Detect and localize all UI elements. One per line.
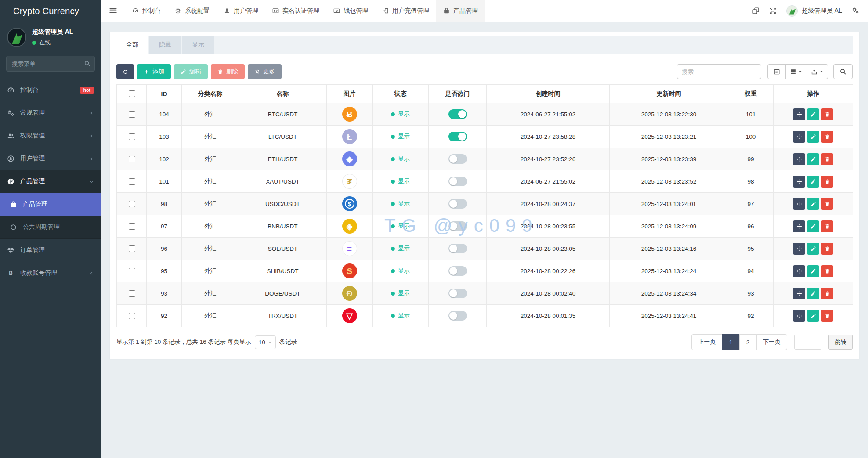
table-row: 101外汇XAUT/USDT₮显示2024-06-27 21:55:022025… [117,170,853,193]
tab-all[interactable]: 全部 [116,36,148,54]
jump-button[interactable]: 跳转 [828,335,853,350]
move-row-button[interactable] [793,131,805,143]
row-checkbox[interactable] [129,111,135,118]
sidebar-item-users[interactable]: 用户管理 [0,147,101,170]
row-checkbox[interactable] [129,156,135,162]
search-submit-button[interactable] [833,64,853,79]
more-button[interactable]: 更多 [248,64,282,79]
columns-button[interactable] [785,64,807,79]
row-checkbox[interactable] [129,245,135,252]
edit-row-button[interactable] [807,220,819,232]
topnav-item-user-manage[interactable]: 用户管理 [217,0,265,22]
page-size-select[interactable]: 10 [255,335,276,349]
hot-toggle[interactable] [448,109,467,119]
sidebar-item-payment-accounts[interactable]: 收款账号管理 [0,262,101,285]
export-button[interactable] [807,64,828,79]
edit-row-button[interactable] [807,108,819,120]
sidebar-item-public-cycle[interactable]: 公共周期管理 [0,216,101,238]
cell-category: 外汇 [182,260,239,282]
hot-toggle[interactable] [448,177,467,186]
topnav-item-product-manage[interactable]: 产品管理 [436,0,485,22]
hot-toggle[interactable] [448,221,467,231]
row-checkbox[interactable] [129,178,135,185]
col-status: 状态 [373,85,429,103]
refresh-button[interactable] [116,64,134,79]
delete-row-button[interactable] [821,153,833,165]
sidebar-item-orders[interactable]: 订单管理 [0,239,101,262]
row-checkbox[interactable] [129,201,135,207]
sidebar-item-permission[interactable]: 权限管理 [0,124,101,147]
hot-toggle[interactable] [448,154,467,164]
row-checkbox[interactable] [129,290,135,297]
edit-button[interactable]: 编辑 [174,64,208,79]
delete-row-button[interactable] [821,310,833,322]
tab-shown[interactable]: 显示 [182,36,214,54]
sidebar-item-general[interactable]: 常规管理 [0,101,101,124]
cell-created: 2024-10-28 00:24:37 [487,193,610,215]
row-checkbox[interactable] [129,313,135,319]
row-checkbox[interactable] [129,223,135,230]
next-page-button[interactable]: 下一页 [756,334,788,350]
move-row-button[interactable] [793,220,805,232]
edit-row-button[interactable] [807,153,819,165]
table-search-input[interactable] [677,64,761,79]
delete-row-button[interactable] [821,220,833,232]
move-row-button[interactable] [793,198,805,210]
edit-row-button[interactable] [807,198,819,210]
jump-page-input[interactable] [794,335,821,350]
pagination-view-button[interactable] [767,64,786,79]
delete-row-button[interactable] [821,288,833,299]
move-row-button[interactable] [793,176,805,188]
topnav-item-recharge-manage[interactable]: 用户充值管理 [375,0,436,22]
add-button[interactable]: 添加 [137,64,171,79]
topnav-item-system-config[interactable]: 系统配置 [168,0,217,22]
move-row-button[interactable] [793,108,805,120]
edit-row-button[interactable] [807,288,819,299]
move-row-button[interactable] [793,243,805,255]
edit-row-button[interactable] [807,176,819,188]
hot-toggle[interactable] [448,266,467,276]
sidebar-item-dashboard[interactable]: 控制台 hot [0,79,101,101]
delete-row-button[interactable] [821,198,833,210]
edit-row-button[interactable] [807,265,819,277]
row-checkbox[interactable] [129,133,135,140]
select-all-checkbox[interactable] [129,90,135,97]
settings-cogs-icon[interactable] [852,7,859,14]
sidebar-search-input[interactable] [6,56,95,72]
edit-row-button[interactable] [807,243,819,255]
topnav-item-kyc-manage[interactable]: 实名认证管理 [265,0,326,22]
delete-row-button[interactable] [821,176,833,188]
sidebar-item-product-manage[interactable]: 产品管理 [0,193,101,216]
prev-page-button[interactable]: 上一页 [691,334,723,350]
edit-row-button[interactable] [807,131,819,143]
hot-toggle[interactable] [448,199,467,209]
row-checkbox[interactable] [129,268,135,274]
status-dot-icon [391,202,395,206]
edit-row-button[interactable] [807,310,819,322]
topnav-item-dashboard[interactable]: 控制台 [125,0,168,22]
hot-toggle[interactable] [448,289,467,298]
hamburger-button[interactable] [101,0,125,22]
topnav-item-wallet-manage[interactable]: 钱包管理 [326,0,375,22]
move-row-button[interactable] [793,153,805,165]
page-button-1[interactable]: 1 [722,334,740,350]
tab-hidden[interactable]: 隐藏 [149,36,181,54]
topbar-user-menu[interactable]: 超级管理员-AL [786,5,842,17]
page-button-2[interactable]: 2 [739,334,757,350]
clone-icon[interactable] [752,7,760,14]
move-row-button[interactable] [793,265,805,277]
delete-row-button[interactable] [821,131,833,143]
delete-button[interactable]: 删除 [211,64,245,79]
hot-toggle[interactable] [448,132,467,141]
hot-toggle[interactable] [448,311,467,321]
move-row-button[interactable] [793,288,805,299]
sidebar-item-product-parent[interactable]: 产品管理 [0,170,101,193]
circle-outline-icon [10,224,17,231]
fullscreen-icon[interactable] [769,7,777,14]
gauge-icon [7,87,14,94]
hot-toggle[interactable] [448,244,467,253]
move-row-button[interactable] [793,310,805,322]
delete-row-button[interactable] [821,243,833,255]
delete-row-button[interactable] [821,108,833,120]
delete-row-button[interactable] [821,265,833,277]
